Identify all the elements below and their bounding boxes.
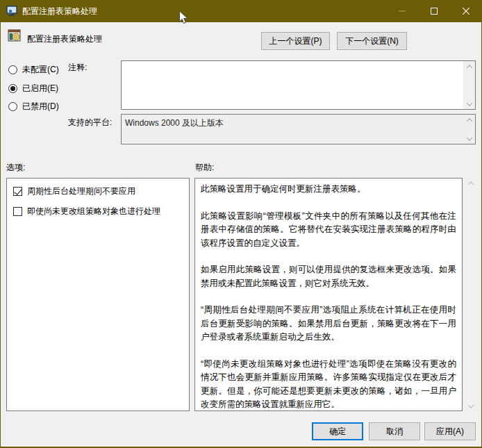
comment-textarea[interactable]: [121, 60, 476, 110]
checkbox-icon: [13, 187, 22, 196]
supported-on-value: Windows 2000 及以上版本: [125, 117, 224, 129]
radio-icon: [8, 102, 17, 111]
ok-button[interactable]: 确定: [312, 422, 363, 440]
help-text: 此策略设置用于确定何时更新注册表策略。 此策略设置影响“管理模板”文件夹中的所有…: [201, 183, 456, 411]
policy-setting-dialog: 配置注册表策略处理 配置注册表策略处理 上一个设置(P) 下一个设置(N) 未配…: [0, 0, 482, 448]
next-setting-button[interactable]: 下一个设置(N): [337, 32, 407, 50]
radio-label: 已启用(E): [22, 83, 58, 94]
help-label: 帮助:: [195, 162, 214, 174]
help-paragraph: “即使尚未更改组策略对象也进行处理”选项即使在策略没有更改的情况下也会更新并重新…: [201, 358, 456, 412]
checkbox-label: 周期性后台处理期间不要应用: [27, 185, 135, 197]
scroll-down-icon[interactable]: [465, 401, 477, 411]
supported-on-scrollbar: [463, 115, 475, 144]
window-title: 配置注册表策略处理: [22, 6, 386, 17]
options-label: 选项:: [6, 162, 25, 174]
radio-label: 已禁用(D): [22, 101, 59, 113]
radio-not-configured[interactable]: 未配置(C): [8, 65, 59, 75]
scroll-up-icon: [463, 115, 475, 125]
comment-label: 注释:: [68, 62, 87, 74]
scroll-up-icon[interactable]: [465, 178, 477, 188]
help-paragraph: 此策略设置影响“管理模板”文件夹中的所有策略以及任何其他在注册表中存储值的策略。…: [201, 210, 456, 251]
radio-icon: [8, 65, 17, 74]
comment-scrollbar[interactable]: [463, 61, 475, 109]
help-paragraph: 如果启用此策略设置，则可以使用提供的复选框来更改选项。如果禁用或未配置此策略设置…: [201, 263, 456, 290]
checkbox-label: 即使尚未更改组策略对象也进行处理: [27, 206, 160, 217]
scroll-down-icon: [463, 133, 475, 144]
help-scrollbar[interactable]: [465, 178, 477, 411]
help-paragraph: “周期性后台处理期间不要应用”选项阻止系统在计算机正在使用时后台更新受影响的策略…: [201, 304, 456, 345]
help-panel: 此策略设置用于确定何时更新注册表策略。 此策略设置影响“管理模板”文件夹中的所有…: [194, 178, 463, 411]
minimize-button: [386, 0, 418, 22]
setting-title: 配置注册表策略处理: [27, 33, 102, 45]
radio-label: 未配置(C): [22, 64, 59, 76]
scroll-up-icon[interactable]: [463, 61, 475, 72]
group-policy-monitor-icon: [6, 6, 17, 17]
checkbox-icon: [13, 207, 22, 216]
checkbox-no-background-apply[interactable]: 周期性后台处理期间不要应用: [13, 185, 135, 197]
supported-on-label: 支持的平台:: [68, 117, 112, 128]
options-panel: 周期性后台处理期间不要应用 即使尚未更改组策略对象也进行处理: [6, 178, 190, 411]
close-button[interactable]: [450, 0, 482, 22]
maximize-button[interactable]: [418, 0, 450, 22]
radio-enabled[interactable]: 已启用(E): [8, 83, 58, 94]
previous-setting-button[interactable]: 上一个设置(P): [261, 32, 330, 50]
checkbox-process-unchanged[interactable]: 即使尚未更改组策略对象也进行处理: [13, 206, 160, 217]
supported-on-box: Windows 2000 及以上版本: [121, 114, 476, 144]
radio-disabled[interactable]: 已禁用(D): [8, 101, 59, 112]
apply-button[interactable]: 应用(A): [424, 422, 476, 440]
titlebar[interactable]: 配置注册表策略处理: [0, 0, 482, 22]
help-paragraph: 此策略设置用于确定何时更新注册表策略。: [201, 183, 456, 197]
radio-icon: [8, 84, 17, 93]
cancel-button[interactable]: 取消: [369, 422, 420, 440]
window-controls: [386, 0, 482, 22]
setting-icon: [8, 28, 22, 45]
scroll-down-icon[interactable]: [463, 99, 475, 109]
